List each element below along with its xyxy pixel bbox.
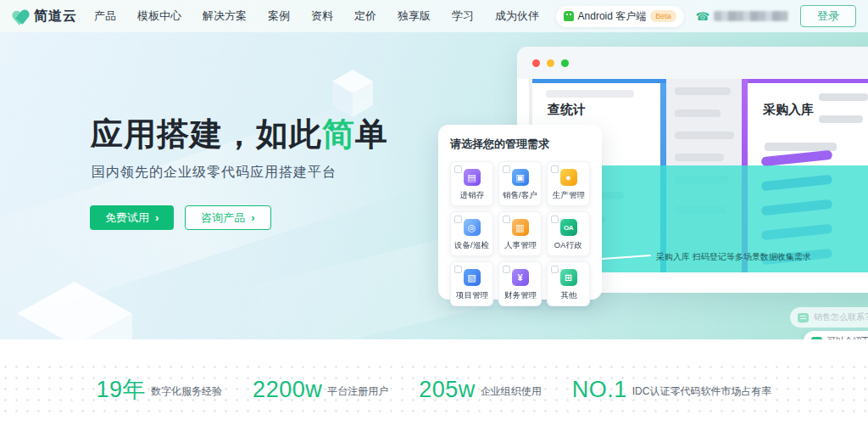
hr-icon: ▥ [512, 219, 529, 236]
stat-label: 平台注册用户 [327, 384, 388, 401]
other-icon: ⊞ [560, 269, 577, 286]
logo[interactable]: 简道云 [12, 8, 77, 25]
chevron-right-icon: › [155, 211, 159, 224]
android-icon [564, 11, 574, 21]
nav-item-learning[interactable]: 学习 [452, 8, 474, 24]
phone-icon: ☎ [696, 11, 709, 22]
decorative-cube-large [17, 282, 132, 339]
consult-product-button[interactable]: 咨询产品 › [185, 205, 270, 230]
option-card-oa-admin[interactable]: OA OA行政 [547, 211, 590, 256]
top-nav: 简道云 产品 模板中心 解决方案 案例 资料 定价 独享版 学习 成为伙伴 An… [0, 0, 868, 32]
window-titlebar [517, 47, 868, 79]
option-card-other[interactable]: ⊞ 其他 [547, 261, 590, 306]
nav-item-partner[interactable]: 成为伙伴 [495, 8, 539, 24]
option-label: 进销存 [459, 189, 484, 200]
stat-value: 19年 [97, 378, 147, 401]
option-label: 人事管理 [504, 239, 537, 250]
checkbox-icon[interactable] [503, 165, 510, 173]
management-needs-modal: 请选择您的管理需求 ▤ 进销存 ▣ 销售/客户 ● 生产管理 [438, 125, 602, 300]
checkbox-icon[interactable] [503, 216, 510, 223]
hero-subtitle: 国内领先的企业级零代码应用搭建平台 [92, 164, 337, 182]
placeholder-bar [675, 132, 734, 139]
android-client-button[interactable]: Android 客户端 Beta [556, 6, 684, 27]
nav-item-solutions[interactable]: 解决方案 [203, 8, 247, 24]
inventory-icon: ▤ [464, 169, 481, 186]
checkbox-icon[interactable] [551, 165, 559, 173]
option-card-finance[interactable]: ¥ 财务管理 [498, 261, 542, 306]
sales-customer-icon: ▣ [512, 169, 529, 186]
checkbox-icon[interactable] [551, 216, 559, 223]
consult-product-label: 咨询产品 [201, 210, 245, 226]
beta-badge: Beta [650, 10, 676, 22]
nav-right: Android 客户端 Beta ☎ 登录 [556, 5, 856, 27]
stats-section: 19年 数字化服务经验 2200w 平台注册用户 205w 企业组织使用 NO.… [0, 339, 868, 437]
checkbox-icon[interactable] [454, 266, 462, 273]
nav-item-templates[interactable]: 模板中心 [137, 8, 181, 24]
checkbox-icon[interactable] [503, 266, 510, 273]
option-label: 其他 [560, 289, 576, 300]
project-icon: ▧ [464, 269, 481, 286]
phone-contact: ☎ [696, 11, 788, 22]
placeholder-bar [675, 87, 731, 95]
hero-title: 应用搭建，如此简单 [91, 113, 388, 156]
stat-label: 企业组织使用 [481, 384, 542, 401]
stat-label: IDC认证零代码软件市场占有率 [632, 384, 772, 401]
demo-caption: 采购入库 扫码登记等多场景数据收集需求 [656, 251, 811, 263]
free-trial-label: 免费试用 [105, 210, 149, 226]
chat-bubble-intro[interactable]: 可以介绍下简道云 [804, 331, 868, 339]
window-minimize-icon [547, 59, 554, 67]
needs-grid: ▤ 进销存 ▣ 销售/客户 ● 生产管理 ◎ 设备/巡检 [450, 161, 590, 306]
stat-value: 2200w [253, 378, 322, 401]
stat-market-share: NO.1 IDC认证零代码软件市场占有率 [572, 378, 772, 401]
android-client-label: Android 客户端 [578, 9, 647, 24]
option-card-device-inspection[interactable]: ◎ 设备/巡检 [450, 211, 493, 256]
oa-admin-icon: OA [560, 219, 577, 236]
nav-item-dedicated[interactable]: 独享版 [398, 8, 431, 24]
placeholder-bar [819, 93, 868, 101]
stat-value: NO.1 [572, 378, 627, 401]
nav-item-resources[interactable]: 资料 [311, 8, 333, 24]
hero-section: 查统计 采购入库 [0, 32, 868, 339]
nav-menu: 产品 模板中心 解决方案 案例 资料 定价 独享版 学习 成为伙伴 [94, 8, 539, 24]
option-card-production[interactable]: ● 生产管理 [547, 161, 590, 206]
device-inspection-icon: ◎ [464, 219, 481, 236]
option-card-inventory[interactable]: ▤ 进销存 [450, 161, 493, 206]
placeholder-bar [675, 154, 724, 161]
logo-heart-icon [12, 8, 29, 24]
nav-item-cases[interactable]: 案例 [268, 8, 290, 24]
window-close-icon [532, 59, 540, 67]
chevron-right-icon: › [251, 211, 254, 224]
option-label: 项目管理 [456, 289, 488, 300]
logo-text: 简道云 [34, 8, 77, 25]
production-icon: ● [560, 169, 577, 186]
option-card-sales-customer[interactable]: ▣ 销售/客户 [498, 161, 542, 206]
chat-bubble-sales-contact[interactable]: 销售怎么联系? [790, 307, 868, 328]
cta-row: 免费试用 › 咨询产品 › [90, 205, 271, 230]
stat-label: 数字化服务经验 [151, 384, 222, 401]
free-trial-button[interactable]: 免费试用 › [90, 205, 174, 230]
option-label: 设备/巡检 [454, 239, 489, 250]
hero-title-highlight: 简 [322, 116, 355, 152]
stat-years: 19年 数字化服务经验 [97, 378, 223, 401]
chat-bubble-text: 可以介绍下简道云 [827, 335, 868, 339]
decorative-cube-small [332, 70, 373, 117]
placeholder-bar [675, 109, 721, 117]
nav-item-pricing[interactable]: 定价 [354, 8, 376, 24]
checkbox-icon[interactable] [551, 266, 559, 273]
stats-row: 19年 数字化服务经验 2200w 平台注册用户 205w 企业组织使用 NO.… [0, 378, 868, 401]
phone-number-redacted [714, 11, 788, 21]
option-label: 生产管理 [553, 189, 585, 200]
stats-panel-title: 查统计 [548, 102, 586, 118]
page: 简道云 产品 模板中心 解决方案 案例 资料 定价 独享版 学习 成为伙伴 An… [0, 0, 868, 437]
window-maximize-icon [561, 59, 569, 67]
placeholder-bar [546, 90, 634, 98]
option-card-project[interactable]: ▧ 项目管理 [450, 261, 493, 306]
checkbox-icon[interactable] [454, 165, 462, 173]
login-button[interactable]: 登录 [800, 5, 856, 27]
purchase-panel-title: 采购入库 [763, 102, 814, 118]
stat-value: 205w [419, 378, 476, 401]
nav-item-products[interactable]: 产品 [94, 8, 116, 24]
option-card-hr[interactable]: ▥ 人事管理 [498, 211, 542, 256]
checkbox-icon[interactable] [454, 216, 462, 223]
chat-icon [811, 337, 822, 340]
